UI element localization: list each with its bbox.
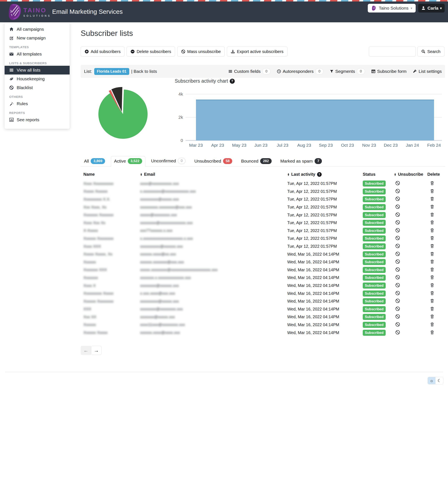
segments-link[interactable]: Segments 0 bbox=[330, 68, 365, 75]
delete-button[interactable] bbox=[430, 220, 434, 225]
column-header-email[interactable]: ▲▼Email bbox=[140, 172, 287, 177]
sidebar-item-view-all-lists[interactable]: View all lists bbox=[5, 66, 70, 75]
trash-icon bbox=[430, 298, 434, 303]
column-header-unsubscribe[interactable]: ▲▼Unsubscribe bbox=[394, 172, 427, 177]
sidebar-item-new-campaign[interactable]: New campaign bbox=[5, 34, 70, 42]
unsubscribe-button[interactable] bbox=[395, 251, 400, 256]
mass-unsubscribe-button[interactable]: Mass unsubscribe bbox=[177, 46, 225, 57]
delete-button[interactable] bbox=[430, 298, 434, 303]
account-switcher-button[interactable]: Taino Solutions ▾ bbox=[368, 4, 416, 13]
column-header-name[interactable]: Name bbox=[83, 172, 140, 177]
last-activity-value: Wed, Mar 16, 2022 04:14PM bbox=[287, 291, 363, 296]
sort-icon[interactable]: ▲▼ bbox=[394, 173, 396, 176]
pie-slice-active[interactable] bbox=[98, 90, 147, 139]
sidebar-item-blacklist[interactable]: Blacklist bbox=[5, 83, 70, 92]
delete-subscribers-button[interactable]: Delete subscribers bbox=[126, 46, 175, 57]
sidebar-item-housekeeping[interactable]: Housekeeping bbox=[5, 75, 70, 83]
status-tab[interactable]: Unconfirmed 0 bbox=[148, 156, 189, 166]
x-axis-label: Aug 23 bbox=[297, 143, 311, 148]
delete-button[interactable] bbox=[430, 228, 434, 233]
dark-mode-button[interactable]: ☾ bbox=[435, 377, 443, 384]
delete-button[interactable] bbox=[430, 291, 434, 295]
export-subscribers-button[interactable]: Export active subscribers bbox=[227, 46, 287, 57]
help-icon[interactable]: ? bbox=[230, 79, 235, 84]
search-input[interactable] bbox=[369, 46, 416, 57]
unsubscribe-button[interactable] bbox=[395, 228, 400, 233]
unsubscribe-button[interactable] bbox=[395, 322, 400, 327]
x-axis-label: Nov 23 bbox=[362, 143, 376, 148]
delete-button[interactable] bbox=[430, 251, 434, 256]
sort-icon[interactable]: ▲▼ bbox=[140, 173, 142, 176]
delete-button[interactable] bbox=[430, 196, 434, 201]
unsubscribe-button[interactable] bbox=[395, 291, 400, 295]
unsubscribe-button[interactable] bbox=[395, 298, 400, 303]
delete-button[interactable] bbox=[430, 244, 434, 248]
user-menu-button[interactable]: Carla ▾ bbox=[418, 4, 445, 13]
sidebar-item-all-templates[interactable]: All templates bbox=[5, 50, 70, 58]
sidebar-item-all-campaigns[interactable]: All campaigns bbox=[5, 25, 70, 34]
unsubscribe-button[interactable] bbox=[395, 196, 400, 201]
next-page-button[interactable]: → bbox=[91, 346, 102, 355]
sidebar-item-see-reports[interactable]: See reports bbox=[5, 115, 70, 124]
sidebar-item-rules[interactable]: Rules bbox=[5, 99, 70, 108]
delete-button[interactable] bbox=[430, 275, 434, 280]
help-icon[interactable]: ? bbox=[317, 172, 322, 177]
subscriber-name: Xxxxxxx bbox=[83, 275, 140, 280]
unsubscribe-button[interactable] bbox=[395, 267, 400, 272]
status-tab[interactable]: Active 3,522 bbox=[111, 156, 145, 166]
unsubscribe-button[interactable] bbox=[395, 181, 400, 186]
list-settings-link[interactable]: List settings bbox=[413, 69, 442, 74]
delete-button[interactable] bbox=[430, 189, 434, 194]
previous-page-button[interactable]: ← bbox=[81, 346, 91, 355]
column-header-last-activity[interactable]: ▲▼Last activity? bbox=[287, 172, 363, 177]
back-to-lists-link[interactable]: | Back to lists bbox=[131, 69, 157, 74]
list-name-badge[interactable]: Florida Leads 01 bbox=[94, 68, 129, 75]
unsubscribe-button[interactable] bbox=[395, 283, 400, 287]
brand-name: TAINO bbox=[23, 7, 51, 14]
brand-logo[interactable]: TAINO SOLUTIONS bbox=[6, 3, 51, 21]
add-subscribers-button[interactable]: Add subscribers bbox=[81, 46, 125, 57]
tab-label: Unconfirmed bbox=[151, 158, 176, 163]
delete-button[interactable] bbox=[430, 314, 434, 319]
unsubscribe-button[interactable] bbox=[395, 189, 400, 194]
table-row: Xxxxxxx XXX xxxxx.xxxxxxxx@xxxxxxxxxxxxx… bbox=[81, 266, 445, 274]
delete-button[interactable] bbox=[430, 322, 434, 327]
unsubscribe-button[interactable] bbox=[395, 314, 400, 319]
custom-fields-link[interactable]: Custom fields 0 bbox=[228, 68, 271, 75]
unsubscribe-button[interactable] bbox=[395, 306, 400, 311]
sort-icon[interactable]: ▲▼ bbox=[287, 173, 290, 176]
trash-icon bbox=[430, 314, 434, 319]
unsubscribe-button[interactable] bbox=[395, 220, 400, 225]
unsubscribe-button[interactable] bbox=[395, 204, 400, 209]
status-tab[interactable]: Unsubscribed 58 bbox=[191, 156, 235, 166]
unsubscribe-button[interactable] bbox=[395, 330, 400, 335]
unsubscribe-button[interactable] bbox=[395, 212, 400, 217]
app-title: Email Marketing Services bbox=[52, 8, 123, 15]
footer-divider bbox=[5, 372, 443, 372]
search-button[interactable]: Search bbox=[417, 46, 444, 57]
subscriber-email: xxxxxxxxx.xxxxxxxx@xxx.xxx bbox=[140, 205, 287, 210]
status-tab[interactable]: All 3,869 bbox=[81, 156, 108, 166]
delete-button[interactable] bbox=[430, 283, 434, 287]
unsubscribe-button[interactable] bbox=[395, 259, 400, 264]
unsubscribe-button[interactable] bbox=[395, 236, 400, 240]
last-activity-value: Wed, Mar 16, 2022 04:14PM bbox=[287, 252, 363, 257]
delete-button[interactable] bbox=[430, 181, 434, 186]
delete-button[interactable] bbox=[430, 212, 434, 217]
sidebar-label: All campaigns bbox=[17, 27, 44, 32]
delete-button[interactable] bbox=[430, 259, 434, 264]
light-mode-button[interactable]: ☼ bbox=[428, 377, 435, 384]
delete-button[interactable] bbox=[430, 306, 434, 311]
unsubscribe-button[interactable] bbox=[395, 275, 400, 280]
delete-button[interactable] bbox=[430, 330, 434, 335]
autoresponders-link[interactable]: Autoresponders 0 bbox=[277, 68, 323, 75]
subscribe-form-link[interactable]: Subscribe form bbox=[371, 69, 406, 74]
delete-button[interactable] bbox=[430, 236, 434, 240]
status-tab[interactable]: Marked as spam 7 bbox=[278, 156, 325, 166]
y-axis-label: 4k bbox=[178, 92, 183, 96]
table-row: Xxxx Xxxxxxxxxx xxxx@xxxxxxxxxx.xxx Tue,… bbox=[81, 180, 445, 188]
status-tab[interactable]: Bounced 282 bbox=[238, 156, 274, 166]
delete-button[interactable] bbox=[430, 267, 434, 272]
unsubscribe-button[interactable] bbox=[395, 244, 400, 248]
delete-button[interactable] bbox=[430, 204, 434, 209]
